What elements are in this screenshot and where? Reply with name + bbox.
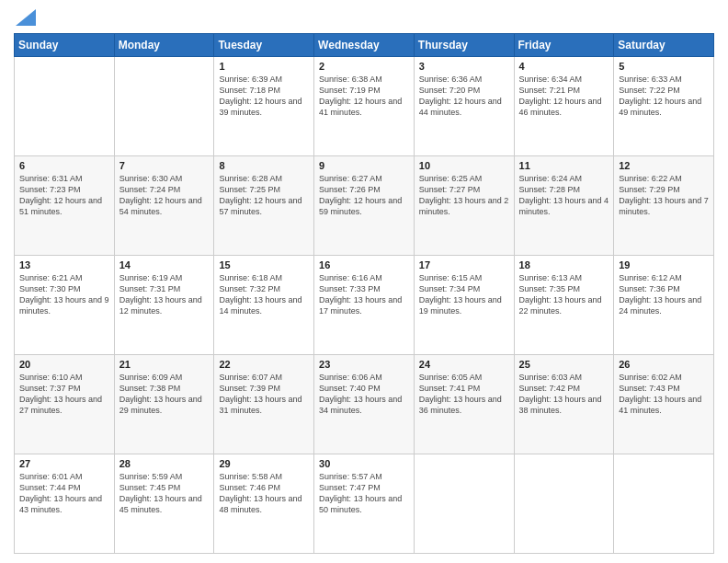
day-cell: 18Sunrise: 6:13 AM Sunset: 7:35 PM Dayli… (514, 256, 614, 355)
day-info: Sunrise: 6:34 AM Sunset: 7:21 PM Dayligh… (519, 74, 609, 119)
day-cell: 14Sunrise: 6:19 AM Sunset: 7:31 PM Dayli… (114, 256, 214, 355)
day-cell: 2Sunrise: 6:38 AM Sunset: 7:19 PM Daylig… (314, 57, 415, 156)
day-cell: 22Sunrise: 6:07 AM Sunset: 7:39 PM Dayli… (214, 355, 314, 454)
day-cell: 8Sunrise: 6:28 AM Sunset: 7:25 PM Daylig… (214, 156, 314, 256)
day-info: Sunrise: 6:09 AM Sunset: 7:38 PM Dayligh… (119, 372, 210, 417)
col-header-sunday: Sunday (15, 34, 115, 57)
day-info: Sunrise: 6:25 AM Sunset: 7:27 PM Dayligh… (419, 173, 509, 218)
day-cell: 1Sunrise: 6:39 AM Sunset: 7:18 PM Daylig… (214, 57, 314, 156)
svg-marker-0 (16, 9, 36, 26)
day-cell: 26Sunrise: 6:02 AM Sunset: 7:43 PM Dayli… (614, 355, 714, 454)
day-info: Sunrise: 6:01 AM Sunset: 7:44 PM Dayligh… (19, 471, 109, 516)
day-cell: 5Sunrise: 6:33 AM Sunset: 7:22 PM Daylig… (614, 57, 714, 156)
day-number: 12 (619, 160, 709, 171)
day-info: Sunrise: 6:38 AM Sunset: 7:19 PM Dayligh… (319, 74, 409, 119)
day-number: 27 (19, 458, 109, 469)
day-info: Sunrise: 6:31 AM Sunset: 7:23 PM Dayligh… (19, 173, 109, 218)
day-info: Sunrise: 6:03 AM Sunset: 7:42 PM Dayligh… (519, 372, 609, 417)
day-number: 28 (119, 458, 210, 469)
day-number: 29 (219, 458, 309, 469)
day-cell: 13Sunrise: 6:21 AM Sunset: 7:30 PM Dayli… (15, 256, 115, 355)
day-cell: 20Sunrise: 6:10 AM Sunset: 7:37 PM Dayli… (15, 355, 115, 454)
day-cell: 6Sunrise: 6:31 AM Sunset: 7:23 PM Daylig… (15, 156, 115, 256)
day-info: Sunrise: 6:13 AM Sunset: 7:35 PM Dayligh… (519, 272, 609, 317)
day-number: 20 (19, 359, 109, 370)
day-info: Sunrise: 6:06 AM Sunset: 7:40 PM Dayligh… (319, 372, 409, 417)
day-info: Sunrise: 6:30 AM Sunset: 7:24 PM Dayligh… (119, 173, 210, 218)
day-cell: 27Sunrise: 6:01 AM Sunset: 7:44 PM Dayli… (15, 454, 115, 554)
day-info: Sunrise: 6:02 AM Sunset: 7:43 PM Dayligh… (619, 372, 709, 417)
day-number: 16 (319, 259, 409, 270)
day-number: 23 (319, 359, 409, 370)
day-cell: 30Sunrise: 5:57 AM Sunset: 7:47 PM Dayli… (314, 454, 415, 554)
day-cell: 23Sunrise: 6:06 AM Sunset: 7:40 PM Dayli… (314, 355, 415, 454)
day-cell: 28Sunrise: 5:59 AM Sunset: 7:45 PM Dayli… (114, 454, 214, 554)
day-cell: 25Sunrise: 6:03 AM Sunset: 7:42 PM Dayli… (514, 355, 614, 454)
day-cell (15, 57, 115, 156)
day-info: Sunrise: 5:57 AM Sunset: 7:47 PM Dayligh… (319, 471, 409, 516)
day-cell: 4Sunrise: 6:34 AM Sunset: 7:21 PM Daylig… (514, 57, 614, 156)
day-cell (114, 57, 214, 156)
day-info: Sunrise: 6:39 AM Sunset: 7:18 PM Dayligh… (219, 74, 309, 119)
day-cell: 9Sunrise: 6:27 AM Sunset: 7:26 PM Daylig… (314, 156, 415, 256)
day-cell: 16Sunrise: 6:16 AM Sunset: 7:33 PM Dayli… (314, 256, 415, 355)
week-row-5: 27Sunrise: 6:01 AM Sunset: 7:44 PM Dayli… (15, 454, 714, 554)
day-cell: 10Sunrise: 6:25 AM Sunset: 7:27 PM Dayli… (414, 156, 514, 256)
day-cell: 11Sunrise: 6:24 AM Sunset: 7:28 PM Dayli… (514, 156, 614, 256)
day-cell: 3Sunrise: 6:36 AM Sunset: 7:20 PM Daylig… (414, 57, 514, 156)
header (14, 9, 714, 26)
day-cell: 12Sunrise: 6:22 AM Sunset: 7:29 PM Dayli… (614, 156, 714, 256)
day-cell (414, 454, 514, 554)
week-row-1: 1Sunrise: 6:39 AM Sunset: 7:18 PM Daylig… (15, 57, 714, 156)
day-info: Sunrise: 6:15 AM Sunset: 7:34 PM Dayligh… (419, 272, 509, 317)
day-cell: 21Sunrise: 6:09 AM Sunset: 7:38 PM Dayli… (114, 355, 214, 454)
day-number: 17 (419, 259, 509, 270)
day-cell (514, 454, 614, 554)
day-number: 25 (519, 359, 609, 370)
day-info: Sunrise: 6:16 AM Sunset: 7:33 PM Dayligh… (319, 272, 409, 317)
day-number: 21 (119, 359, 210, 370)
day-number: 2 (319, 61, 409, 72)
day-number: 9 (319, 160, 409, 171)
col-header-wednesday: Wednesday (314, 34, 415, 57)
day-info: Sunrise: 6:33 AM Sunset: 7:22 PM Dayligh… (619, 74, 709, 119)
day-cell: 24Sunrise: 6:05 AM Sunset: 7:41 PM Dayli… (414, 355, 514, 454)
day-number: 4 (519, 61, 609, 72)
day-number: 7 (119, 160, 210, 171)
day-info: Sunrise: 6:28 AM Sunset: 7:25 PM Dayligh… (219, 173, 309, 218)
day-cell: 19Sunrise: 6:12 AM Sunset: 7:36 PM Dayli… (614, 256, 714, 355)
day-number: 1 (219, 61, 309, 72)
day-number: 19 (619, 259, 709, 270)
day-info: Sunrise: 6:05 AM Sunset: 7:41 PM Dayligh… (419, 372, 509, 417)
day-number: 6 (19, 160, 109, 171)
day-number: 8 (219, 160, 309, 171)
day-info: Sunrise: 6:24 AM Sunset: 7:28 PM Dayligh… (519, 173, 609, 218)
day-cell (614, 454, 714, 554)
week-row-4: 20Sunrise: 6:10 AM Sunset: 7:37 PM Dayli… (15, 355, 714, 454)
day-info: Sunrise: 6:36 AM Sunset: 7:20 PM Dayligh… (419, 74, 509, 119)
day-info: Sunrise: 6:18 AM Sunset: 7:32 PM Dayligh… (219, 272, 309, 317)
day-cell: 17Sunrise: 6:15 AM Sunset: 7:34 PM Dayli… (414, 256, 514, 355)
day-number: 24 (419, 359, 509, 370)
col-header-friday: Friday (514, 34, 614, 57)
day-info: Sunrise: 5:59 AM Sunset: 7:45 PM Dayligh… (119, 471, 210, 516)
header-row: SundayMondayTuesdayWednesdayThursdayFrid… (15, 34, 714, 57)
day-number: 15 (219, 259, 309, 270)
day-number: 14 (119, 259, 210, 270)
day-info: Sunrise: 6:10 AM Sunset: 7:37 PM Dayligh… (19, 372, 109, 417)
day-info: Sunrise: 6:22 AM Sunset: 7:29 PM Dayligh… (619, 173, 709, 218)
col-header-thursday: Thursday (414, 34, 514, 57)
day-info: Sunrise: 6:27 AM Sunset: 7:26 PM Dayligh… (319, 173, 409, 218)
logo (14, 9, 36, 26)
col-header-monday: Monday (114, 34, 214, 57)
week-row-2: 6Sunrise: 6:31 AM Sunset: 7:23 PM Daylig… (15, 156, 714, 256)
day-number: 26 (619, 359, 709, 370)
col-header-saturday: Saturday (614, 34, 714, 57)
day-info: Sunrise: 5:58 AM Sunset: 7:46 PM Dayligh… (219, 471, 309, 516)
day-cell: 7Sunrise: 6:30 AM Sunset: 7:24 PM Daylig… (114, 156, 214, 256)
day-cell: 15Sunrise: 6:18 AM Sunset: 7:32 PM Dayli… (214, 256, 314, 355)
day-cell: 29Sunrise: 5:58 AM Sunset: 7:46 PM Dayli… (214, 454, 314, 554)
day-number: 11 (519, 160, 609, 171)
day-number: 10 (419, 160, 509, 171)
day-number: 13 (19, 259, 109, 270)
